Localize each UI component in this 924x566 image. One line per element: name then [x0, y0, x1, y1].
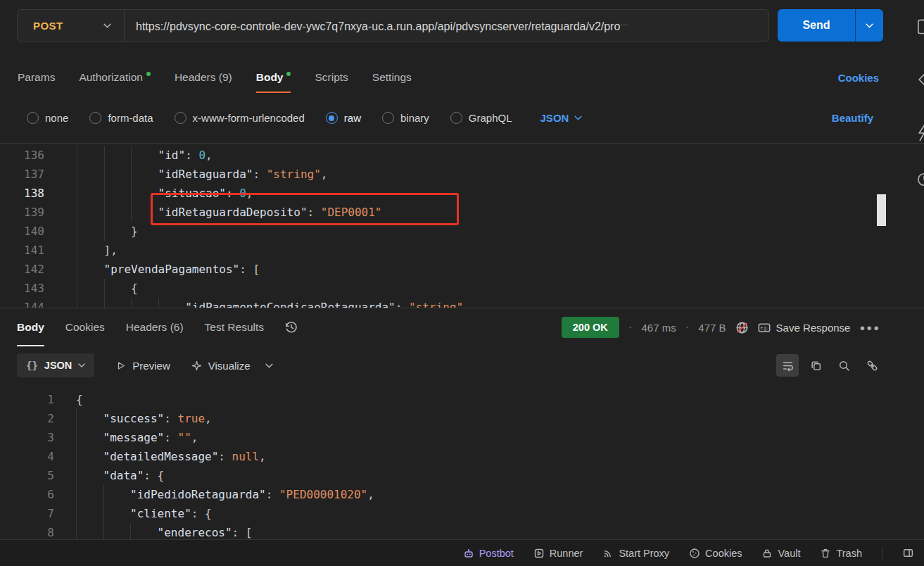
response-tab-headers[interactable]: Headers (6) [126, 308, 184, 346]
language-label: JSON [540, 112, 569, 124]
separator-dot: · [685, 320, 690, 334]
link-icon[interactable] [861, 354, 883, 377]
radio-icon [27, 112, 39, 124]
url-truncation: … [620, 18, 628, 27]
visualize-label: Visualize [208, 360, 251, 372]
footer-label: Trash [836, 548, 862, 559]
footer-label: Vault [778, 548, 800, 559]
code-line: 136"id": 0, [0, 146, 924, 165]
footer-start-proxy[interactable]: Start Proxy [602, 548, 669, 559]
line-number: 7 [0, 504, 54, 523]
code-line: 7"cliente": { [0, 504, 924, 523]
send-button[interactable]: Send [778, 9, 855, 42]
response-meta: 200 OK · 467 ms · 477 B e.g. Save Respon… [562, 317, 924, 338]
copy-icon[interactable] [804, 354, 827, 377]
mode-binary[interactable]: binary [382, 112, 429, 124]
tab-label: Headers (6) [126, 321, 184, 334]
tab-scripts[interactable]: Scripts [315, 62, 348, 93]
response-editor[interactable]: 1{2"success": true,3"message": "",4"deta… [0, 384, 924, 539]
language-select[interactable]: JSON [540, 112, 583, 124]
code-line: 138"situacao": 0, [0, 184, 924, 203]
beautify-link[interactable]: Beautify [832, 112, 924, 124]
line-number: 3 [0, 428, 54, 447]
code-line: 137"idRetaguarda": "string", [0, 165, 924, 184]
cookie-icon [689, 548, 700, 559]
code-line: 139"idRetaguardaDeposito": "DEP0001" [0, 203, 924, 222]
clipboard-icon-fragment[interactable] [915, 18, 924, 36]
panel-toggle-icon[interactable] [902, 547, 914, 559]
proxy-icon [602, 548, 614, 559]
response-size[interactable]: 477 B [698, 322, 726, 334]
mode-label: x-www-form-urlencoded [193, 112, 305, 124]
line-number: 5 [0, 466, 54, 485]
footer-divider [882, 547, 882, 560]
runner-icon [533, 548, 545, 559]
tab-label: Authorization [79, 71, 142, 84]
tab-authorization[interactable]: Authorization [79, 62, 150, 93]
response-history-icon[interactable] [285, 321, 298, 334]
footer-label: Start Proxy [619, 548, 669, 559]
bolt-icon-fragment[interactable] [915, 124, 924, 142]
footer-postbot[interactable]: Postbot [463, 548, 514, 559]
code-line: 141], [0, 241, 924, 260]
preview-button[interactable]: Preview [115, 360, 170, 372]
request-editor[interactable]: 136"id": 0,137"idRetaguarda": "string",1… [0, 144, 924, 308]
green-dot-icon [146, 72, 151, 76]
request-url-row: POST https://pdvsync-core-controle-dev-y… [0, 0, 924, 62]
line-number: 6 [0, 485, 54, 504]
editor-scrollbar-thumb[interactable] [877, 194, 886, 226]
sparkle-icon [191, 360, 202, 371]
send-options-button[interactable] [855, 9, 883, 42]
search-icon[interactable] [833, 354, 855, 377]
footer-label: Postbot [479, 548, 514, 559]
response-tab-cookies[interactable]: Cookies [65, 308, 105, 346]
tab-body[interactable]: Body [256, 62, 291, 93]
chevron-down-icon [78, 363, 85, 367]
status-badge[interactable]: 200 OK [562, 317, 619, 338]
format-options-chevron[interactable] [265, 363, 273, 368]
chevron-down-icon [103, 23, 111, 28]
collapse-panel-icon-fragment[interactable] [915, 70, 924, 89]
network-warning-icon[interactable] [735, 321, 749, 334]
code-line: 6"idPedidoRetaguarda": "PED00001020", [0, 485, 924, 504]
footer-trash[interactable]: Trash [820, 548, 862, 559]
response-tab-test-results[interactable]: Test Results [205, 308, 264, 346]
trash-icon [820, 548, 831, 559]
svg-text:e.g.: e.g. [760, 325, 768, 331]
mode-graphql[interactable]: GraphQL [450, 112, 512, 124]
response-format-select[interactable]: {} JSON [17, 353, 94, 377]
wrap-text-button[interactable] [776, 354, 799, 377]
footer-vault[interactable]: Vault [761, 548, 800, 559]
url-input[interactable]: https://pdvsync-core-controle-dev-ywc7q7… [125, 18, 768, 33]
tab-headers[interactable]: Headers (9) [175, 62, 232, 93]
line-number: 143 [0, 279, 44, 298]
request-tabs: Params Authorization Headers (9) Body Sc… [0, 62, 924, 93]
mode-none[interactable]: none [27, 112, 68, 124]
postbot-icon [463, 548, 474, 559]
response-toolbar: {} JSON Preview Visualize [0, 346, 924, 384]
code-line: 144"idPagamentoCondicaoRetaguarda": "str… [0, 298, 924, 308]
response-tab-body[interactable]: Body [17, 308, 44, 346]
footer-label: Cookies [705, 548, 742, 559]
mode-form-data[interactable]: form-data [89, 112, 153, 124]
line-number: 1 [0, 390, 54, 409]
mode-label: binary [400, 112, 429, 124]
chevron-down-icon [866, 23, 873, 28]
response-header: Body Cookies Headers (6) Test Results 20… [0, 308, 924, 346]
mode-raw[interactable]: raw [326, 112, 361, 124]
response-time[interactable]: 467 ms [641, 322, 676, 334]
request-code-lines: 136"id": 0,137"idRetaguarda": "string",1… [0, 144, 924, 308]
footer-cookies[interactable]: Cookies [689, 548, 742, 559]
method-select[interactable]: POST [18, 10, 125, 41]
save-response-button[interactable]: e.g. Save Response [758, 322, 851, 334]
footer-runner[interactable]: Runner [533, 548, 583, 559]
mode-x-www-form-urlencoded[interactable]: x-www-form-urlencoded [175, 112, 305, 124]
visualize-button[interactable]: Visualize [191, 360, 251, 372]
line-number: 8 [0, 523, 54, 539]
line-number: 140 [0, 222, 44, 241]
cookies-link[interactable]: Cookies [838, 72, 924, 84]
tab-params[interactable]: Params [18, 62, 55, 93]
clock-icon-fragment[interactable] [915, 170, 924, 189]
tab-settings[interactable]: Settings [372, 62, 412, 93]
more-actions-button[interactable]: ●●● [859, 322, 880, 333]
